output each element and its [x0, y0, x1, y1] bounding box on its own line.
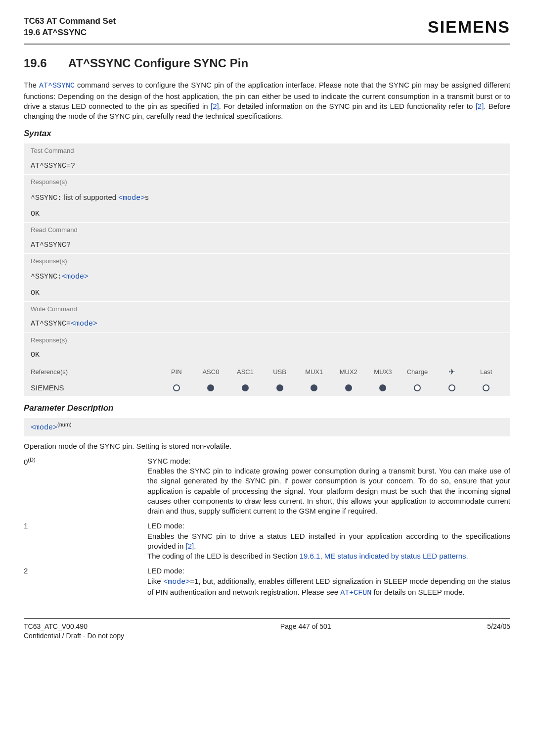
support-dot-filled — [207, 384, 214, 391]
col-usb: USB — [263, 368, 297, 377]
intro-text: . For detailed information on the SYNC p… — [219, 102, 476, 110]
definition-row: 0(D) SYNC mode: Enables the SYNC pin to … — [24, 456, 510, 517]
write-command-label: Write Command — [24, 301, 510, 317]
col-last: Last — [469, 368, 503, 377]
topic-link[interactable]: ME status indicated by status LED patter… — [324, 552, 466, 560]
mode-link[interactable]: <mode> — [71, 320, 97, 328]
definition-body: The coding of the LED is described in Se… — [147, 552, 300, 560]
mode-link[interactable]: <mode> — [163, 578, 190, 586]
resp-prefix: ^SSYNC: — [31, 273, 62, 281]
reference-name: SIEMENS — [31, 383, 159, 393]
ref-link[interactable]: [2] — [211, 102, 219, 110]
reference-header-row: Reference(s) PIN ASC0 ASC1 USB MUX1 MUX2… — [24, 364, 510, 380]
support-dot-filled — [345, 384, 352, 391]
definition-body: Enables the SYNC pin to indicate growing… — [147, 467, 510, 515]
support-dot-hollow — [483, 384, 490, 391]
mode-link[interactable]: <mode> — [62, 273, 89, 281]
product-name: TC63 AT Command Set — [24, 16, 116, 27]
support-dot-hollow — [414, 384, 421, 391]
intro-text: The — [24, 81, 39, 89]
footer-doc-id: TC63_ATC_V00.490 — [24, 622, 124, 631]
page-footer: TC63_ATC_V00.490 Confidential / Draft - … — [24, 622, 510, 641]
support-dot-filled — [311, 384, 317, 391]
parameter-description-heading: Parameter Description — [24, 403, 510, 414]
col-charge: Charge — [400, 368, 435, 377]
cmd-link[interactable]: AT+CFUN — [340, 589, 371, 597]
col-asc0: ASC0 — [194, 368, 228, 377]
definition-row: 1 LED mode: Enables the SYNC pin to driv… — [24, 521, 510, 561]
syntax-panel: Test Command AT^SSYNC=? Response(s) ^SSY… — [24, 143, 510, 396]
col-mux3: MUX3 — [366, 368, 400, 377]
definition-body: . — [466, 552, 468, 560]
reference-value-row: SIEMENS — [24, 380, 510, 396]
header-rule — [24, 44, 510, 45]
section-link[interactable]: 19.6.1 — [300, 552, 320, 560]
section-number: 19.6 — [24, 55, 65, 71]
brand-logo: SIEMENS — [428, 16, 510, 39]
definition-key-value: 1 — [24, 521, 28, 530]
response-label: Response(s) — [24, 174, 510, 189]
page-header: TC63 AT Command Set 19.6 AT^SSYNC SIEMEN… — [24, 16, 510, 39]
read-command-label: Read Command — [24, 222, 510, 237]
col-mux1: MUX1 — [297, 368, 331, 377]
mode-token-sup: (num) — [57, 422, 72, 427]
footer-rule — [24, 618, 510, 619]
section-title: 19.6 AT^SSYNC Configure SYNC Pin — [24, 55, 510, 71]
cmd-link[interactable]: AT^SSYNC — [39, 82, 75, 90]
resp-text: s — [145, 193, 149, 201]
footer-confidential: Confidential / Draft - Do not copy — [24, 631, 124, 641]
definition-title: LED mode: — [147, 567, 184, 575]
definition-value: SYNC mode: Enables the SYNC pin to indic… — [147, 456, 510, 517]
support-dot-filled — [379, 384, 386, 391]
footer-date: 5/24/05 — [487, 622, 510, 641]
definition-body: . — [194, 542, 196, 550]
ref-link[interactable]: [2] — [186, 542, 194, 550]
support-dot-filled — [242, 384, 249, 391]
syntax-heading: Syntax — [24, 128, 510, 140]
ok-line: OK — [24, 206, 510, 222]
ok-line: OK — [24, 285, 510, 301]
test-command-label: Test Command — [24, 143, 510, 158]
support-dot-filled — [276, 384, 283, 391]
col-pin: PIN — [159, 368, 194, 377]
definition-body: , — [320, 552, 324, 560]
resp-text: list of supported — [64, 193, 118, 201]
section-heading-text: AT^SSYNC Configure SYNC Pin — [68, 56, 248, 70]
col-asc1: ASC1 — [228, 368, 263, 377]
read-response: ^SSYNC:<mode> — [24, 268, 510, 285]
section-ref: 19.6 AT^SSYNC — [24, 27, 116, 39]
footer-page-number: Page 447 of 501 — [280, 622, 331, 641]
definition-title: LED mode: — [147, 521, 184, 530]
definition-key-value: 2 — [24, 567, 28, 575]
support-dot-hollow — [448, 384, 455, 391]
read-command: AT^SSYNC? — [24, 237, 510, 253]
mode-intro: Operation mode of the SYNC pin. Setting … — [24, 441, 510, 451]
ref-link[interactable]: [2] — [476, 102, 484, 110]
definition-title: SYNC mode: — [147, 457, 191, 465]
mode-token[interactable]: <mode> — [31, 424, 57, 432]
definition-body: Like — [147, 577, 163, 585]
definition-value: LED mode: Like <mode>=1, but, additional… — [147, 566, 510, 598]
response-label: Response(s) — [24, 332, 510, 348]
mode-link[interactable]: <mode> — [118, 194, 145, 202]
definition-key-sup: (D) — [28, 457, 35, 463]
airplane-icon: ✈ — [435, 367, 469, 378]
definition-body: Enables the SYNC pin to drive a status L… — [147, 532, 510, 550]
ok-line: OK — [24, 347, 510, 363]
mode-token-box: <mode>(num) — [24, 418, 510, 436]
write-cmd-prefix: AT^SSYNC= — [31, 320, 71, 328]
resp-prefix: ^SSYNC: — [31, 194, 62, 202]
response-label: Response(s) — [24, 253, 510, 269]
definition-row: 2 LED mode: Like <mode>=1, but, addition… — [24, 566, 510, 598]
definition-key: 1 — [24, 521, 147, 561]
definition-value: LED mode: Enables the SYNC pin to drive … — [147, 521, 510, 561]
definition-key: 2 — [24, 566, 147, 598]
definition-body: for details on SLEEP mode. — [371, 588, 464, 596]
support-dot-hollow — [173, 384, 180, 391]
col-mux2: MUX2 — [331, 368, 366, 377]
test-response: ^SSYNC: list of supported <mode>s — [24, 189, 510, 206]
write-command: AT^SSYNC=<mode> — [24, 316, 510, 332]
test-command: AT^SSYNC=? — [24, 158, 510, 174]
definition-key: 0(D) — [24, 456, 147, 517]
intro-paragraph: The AT^SSYNC command serves to configure… — [24, 80, 510, 121]
